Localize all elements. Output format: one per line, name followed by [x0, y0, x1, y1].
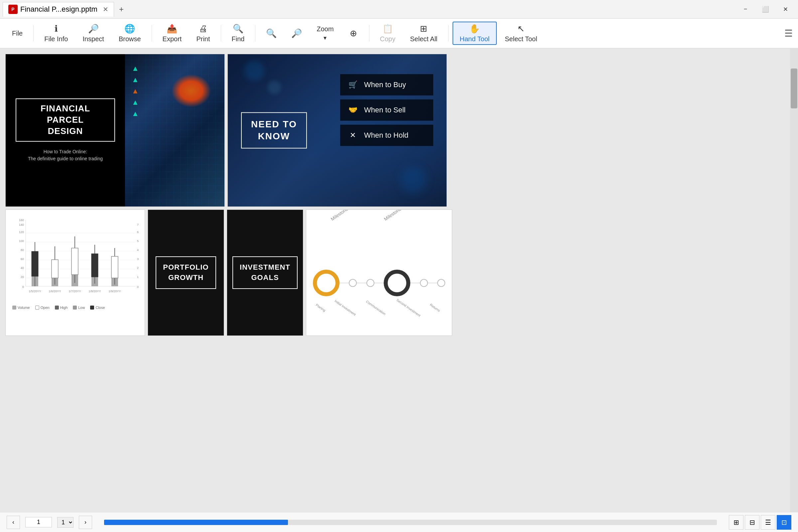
select-all-icon: ⊞ [420, 24, 427, 34]
arrow-4: ▲ [132, 98, 139, 107]
zoom-out-btn[interactable]: 🔍 [259, 22, 283, 45]
when-to-hold-item: ✕ When to Hold [340, 125, 433, 146]
slide-3-chart[interactable]: 0 20 40 60 80 100 120 140 160 0 10 20 30 [5, 209, 145, 336]
copy-btn[interactable]: 📋 Copy [374, 22, 402, 45]
restore-btn[interactable]: ⬜ [756, 2, 775, 17]
hand-tool-label: Hand Tool [460, 35, 490, 43]
slide-2-background: NEED TO KNOW 🛒 When to Buy 🤝 When to Sel… [228, 54, 446, 207]
slide-2[interactable]: NEED TO KNOW 🛒 When to Buy 🤝 When to Sel… [227, 54, 447, 207]
tab-close-btn[interactable]: ✕ [103, 5, 108, 13]
zoom-dropdown-btn[interactable]: Zoom ▾ [310, 22, 340, 45]
toolbar-separator-6 [448, 25, 449, 41]
orange-blob-decoration [171, 74, 211, 108]
view-btn-2[interactable]: ⊟ [745, 515, 759, 530]
zoom-mode-btn[interactable]: ⊕ [342, 22, 365, 45]
progress-bar [104, 520, 717, 525]
vertical-scrollbar[interactable] [790, 49, 798, 512]
track-line-3 [374, 283, 384, 283]
slide-5-investment[interactable]: INVESTMENT GOALS [227, 209, 303, 336]
legend-close: Close [90, 306, 105, 309]
open-label: Open [41, 306, 50, 309]
view-btn-4[interactable]: ⊡ [777, 515, 791, 530]
track-line-4 [410, 283, 420, 283]
browse-btn[interactable]: 🌐 Browse [112, 22, 148, 45]
progress-area [104, 520, 717, 525]
select-all-btn[interactable]: ⊞ Select All [403, 22, 444, 45]
step-label-2: Initial Investment [334, 299, 357, 316]
handshake-icon: 🤝 [347, 104, 359, 116]
need-to-know-line2: KNOW [258, 131, 290, 141]
select-tool-btn[interactable]: ↖ Select Tool [498, 22, 544, 45]
toolbar-separator-2 [152, 25, 152, 41]
next-page-btn[interactable]: › [79, 516, 92, 529]
export-btn[interactable]: 📤 Export [156, 22, 189, 45]
toolbar-separator-5 [369, 25, 369, 41]
new-tab-btn[interactable]: + [114, 2, 129, 17]
print-btn[interactable]: 🖨 Print [190, 22, 216, 45]
svg-text:1/7/20YY: 1/7/20YY [69, 290, 81, 293]
milestone-dot-1 [349, 279, 357, 287]
main-area: FINANCIAL PARCEL DESIGN How to Trade Onl… [0, 49, 798, 512]
status-bar: ‹ 1 › ⊞ ⊟ ☰ ⊡ [0, 512, 798, 532]
print-label: Print [196, 35, 210, 43]
file-menu-btn[interactable]: File [5, 22, 29, 45]
x-icon: ✕ [347, 129, 359, 141]
select-tool-label: Select Tool [505, 35, 537, 43]
portfolio-title: PORTFOLIO GROWTH [163, 262, 208, 283]
content-area[interactable]: FINANCIAL PARCEL DESIGN How to Trade Onl… [0, 49, 790, 512]
progress-fill [104, 520, 288, 525]
slide-1[interactable]: FINANCIAL PARCEL DESIGN How to Trade Onl… [5, 54, 225, 207]
hand-tool-icon: ✋ [469, 24, 480, 34]
find-btn[interactable]: 🔍 Find [225, 22, 251, 45]
zoom-in-btn[interactable]: 🔎 [285, 22, 308, 45]
minimize-btn[interactable]: − [736, 2, 756, 17]
candlestick-chart: 0 20 40 60 80 100 120 140 160 0 10 20 30 [12, 216, 139, 303]
investment-box: INVESTMENT GOALS [232, 256, 298, 289]
page-select-dropdown[interactable]: 1 [57, 517, 74, 528]
svg-text:0: 0 [137, 285, 139, 289]
slide-1-subtitle: How to Trade Online: The definitive guid… [28, 148, 103, 162]
portfolio-box: PORTFOLIO GROWTH [156, 256, 216, 289]
milestone-circle-1 [313, 270, 340, 296]
chart-legend: Volume Open High Low [12, 306, 138, 309]
view-btn-1[interactable]: ⊞ [729, 515, 743, 530]
svg-text:140: 140 [19, 223, 24, 226]
slides-row-top: FINANCIAL PARCEL DESIGN How to Trade Onl… [5, 54, 785, 207]
portfolio-line2: GROWTH [168, 273, 204, 282]
tab-title: Financial P...esign.pptm [20, 5, 97, 14]
close-btn[interactable]: ✕ [775, 2, 795, 17]
menu-items: 🛒 When to Buy 🤝 When to Sell ✕ When to H… [340, 74, 433, 146]
view-btn-3[interactable]: ☰ [761, 515, 775, 530]
milestone-track [313, 270, 445, 296]
svg-text:60: 60 [137, 230, 139, 234]
svg-text:50: 50 [137, 240, 139, 243]
slide-1-title: FINANCIAL PARCEL DESIGN [24, 103, 107, 137]
scrollbar-thumb[interactable] [791, 69, 797, 108]
svg-text:1/5/20YY: 1/5/20YY [28, 290, 41, 293]
file-info-btn[interactable]: ℹ File Info [38, 22, 75, 45]
prev-page-btn[interactable]: ‹ [7, 516, 20, 529]
need-to-know-title: NEED TO KNOW [251, 118, 297, 142]
inspect-btn[interactable]: 🔎 Inspect [76, 22, 110, 45]
open-dot [35, 306, 39, 309]
svg-rect-31 [32, 251, 38, 276]
document-tab[interactable]: P Financial P...esign.pptm ✕ [3, 2, 114, 17]
high-label: High [60, 306, 68, 309]
slide-4-portfolio[interactable]: PORTFOLIO GROWTH [148, 209, 224, 336]
high-dot [55, 306, 59, 309]
hand-tool-btn[interactable]: ✋ Hand Tool [453, 22, 497, 45]
zoom-label: Zoom [317, 25, 334, 33]
arrow-5: ▲ [132, 109, 139, 118]
select-tool-icon: ↖ [517, 24, 525, 34]
hamburger-menu-btn[interactable]: ☰ [784, 28, 793, 39]
arrow-1: ▲ [132, 64, 139, 73]
close-label: Close [95, 306, 105, 309]
milestone-circle-2 [384, 270, 410, 296]
step-labels: Planing Initial Investment Communication… [313, 306, 445, 310]
slide-6-milestone[interactable]: Milestone 1 Milestone 2 [306, 209, 452, 336]
toolbar-separator-3 [221, 25, 221, 41]
svg-rect-33 [52, 260, 58, 278]
when-to-buy-item: 🛒 When to Buy [340, 74, 433, 95]
svg-text:0: 0 [22, 285, 24, 289]
page-number-input[interactable] [25, 517, 52, 527]
